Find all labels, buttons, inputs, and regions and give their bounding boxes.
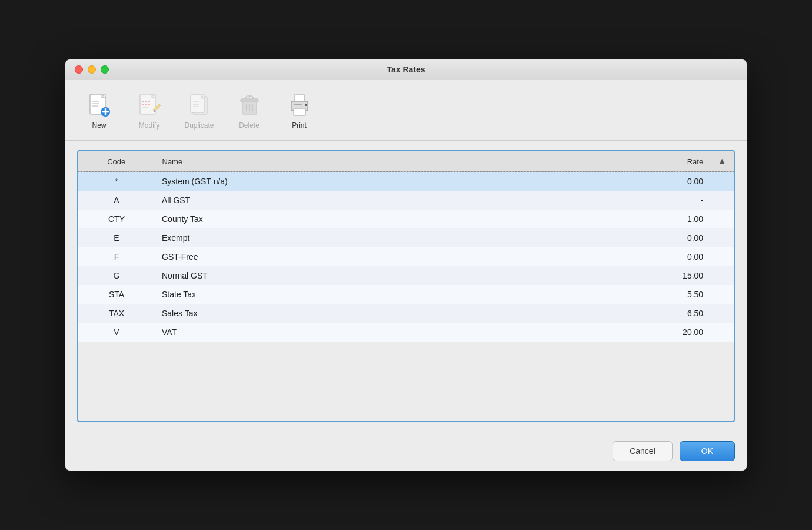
delete-button[interactable]: Delete	[227, 87, 271, 133]
cell-name: GST-Free	[155, 247, 640, 266]
duplicate-icon	[185, 91, 214, 119]
cell-sort-spacer	[710, 210, 734, 228]
delete-icon	[235, 91, 264, 119]
table-wrapper[interactable]: Code Name Rate ▲	[78, 151, 734, 421]
cell-name: State Tax	[155, 285, 640, 304]
cell-code: E	[78, 228, 155, 247]
table-row[interactable]: STAState Tax5.50	[78, 285, 734, 304]
content-area: Code Name Rate ▲	[65, 141, 747, 432]
cell-code: V	[78, 323, 155, 342]
modify-button-label: Modify	[139, 121, 159, 130]
cell-rate: 6.50	[640, 304, 710, 323]
cell-name: VAT	[155, 323, 640, 342]
svg-line-21	[245, 97, 246, 98]
cell-name: Sales Tax	[155, 304, 640, 323]
cell-code: *	[78, 172, 155, 191]
table-row[interactable]: VVAT20.00	[78, 323, 734, 342]
column-header-code[interactable]: Code	[78, 151, 155, 172]
toolbar: New Modify	[65, 80, 747, 141]
cell-code: G	[78, 266, 155, 285]
tax-rates-table-container: Code Name Rate ▲	[77, 150, 735, 422]
cell-sort-spacer	[710, 304, 734, 323]
cell-name: Exempt	[155, 228, 640, 247]
cell-code: CTY	[78, 210, 155, 228]
modify-button[interactable]: Modify	[127, 87, 171, 133]
cell-code: STA	[78, 285, 155, 304]
cell-rate: 0.00	[640, 228, 710, 247]
delete-button-label: Delete	[239, 121, 259, 130]
close-button[interactable]	[75, 65, 83, 74]
svg-rect-28	[294, 104, 302, 105]
cell-sort-spacer	[710, 247, 734, 266]
cell-rate: 5.50	[640, 285, 710, 304]
cell-code: F	[78, 247, 155, 266]
cell-sort-spacer	[710, 323, 734, 342]
svg-line-23	[253, 97, 254, 98]
cell-sort-spacer	[710, 285, 734, 304]
sort-icon: ▲	[717, 156, 727, 167]
cell-rate: 20.00	[640, 323, 710, 342]
print-button-label: Print	[292, 121, 307, 130]
new-button[interactable]: New	[77, 87, 121, 133]
cell-rate: 0.00	[640, 247, 710, 266]
table-row[interactable]: TAXSales Tax6.50	[78, 304, 734, 323]
column-header-name[interactable]: Name	[155, 151, 640, 172]
cell-name: System (GST n/a)	[155, 172, 640, 191]
column-header-rate[interactable]: Rate	[640, 151, 710, 172]
cell-sort-spacer	[710, 191, 734, 210]
table-row[interactable]: EExempt0.00	[78, 228, 734, 247]
table-row[interactable]: *System (GST n/a)0.00	[78, 172, 734, 191]
traffic-lights	[75, 65, 109, 74]
cell-rate: 1.00	[640, 210, 710, 228]
column-header-sort[interactable]: ▲	[710, 151, 734, 172]
duplicate-button-label: Duplicate	[184, 121, 214, 130]
svg-rect-17	[241, 99, 258, 102]
table-row[interactable]: CTYCounty Tax1.00	[78, 210, 734, 228]
main-window: Tax Rates	[65, 59, 747, 471]
title-bar: Tax Rates	[65, 59, 747, 80]
svg-rect-26	[294, 108, 305, 115]
new-icon	[85, 91, 114, 119]
cell-name: All GST	[155, 191, 640, 210]
new-button-label: New	[92, 121, 106, 130]
cell-sort-spacer	[710, 228, 734, 247]
cell-sort-spacer	[710, 172, 734, 191]
cell-rate: 15.00	[640, 266, 710, 285]
cell-code: A	[78, 191, 155, 210]
svg-point-27	[305, 104, 307, 106]
maximize-button[interactable]	[101, 65, 109, 74]
print-icon	[285, 91, 314, 119]
cell-name: County Tax	[155, 210, 640, 228]
duplicate-button[interactable]: Duplicate	[177, 87, 221, 133]
cell-code: TAX	[78, 304, 155, 323]
window-title: Tax Rates	[387, 65, 425, 74]
tax-rates-table: Code Name Rate ▲	[78, 151, 734, 342]
cell-sort-spacer	[710, 266, 734, 285]
cell-rate: -	[640, 191, 710, 210]
table-row[interactable]: AAll GST-	[78, 191, 734, 210]
table-row[interactable]: FGST-Free0.00	[78, 247, 734, 266]
print-button[interactable]: Print	[277, 87, 321, 133]
minimize-button[interactable]	[88, 65, 96, 74]
cell-rate: 0.00	[640, 172, 710, 191]
cancel-button[interactable]: Cancel	[613, 441, 673, 461]
cell-name: Normal GST	[155, 266, 640, 285]
table-row[interactable]: GNormal GST15.00	[78, 266, 734, 285]
modify-icon	[135, 91, 164, 119]
ok-button[interactable]: OK	[680, 441, 735, 461]
footer: Cancel OK	[65, 432, 747, 471]
